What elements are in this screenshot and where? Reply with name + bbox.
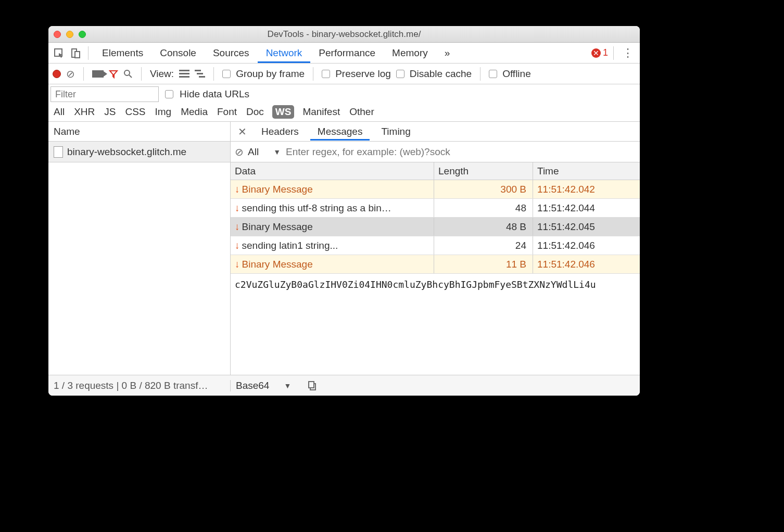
detail-tab-timing[interactable]: Timing — [374, 123, 418, 141]
tab-console[interactable]: Console — [151, 43, 205, 63]
tab-network[interactable]: Network — [258, 43, 311, 63]
device-toolbar-icon[interactable] — [68, 46, 83, 60]
status-bar: 1 / 3 requests | 0 B / 820 B transf… Bas… — [48, 375, 640, 396]
svg-point-3 — [124, 70, 130, 75]
detail-pane: ✕ Headers Messages Timing ⊘ All ▼ Data L… — [231, 122, 640, 375]
col-header-length[interactable]: Length — [434, 162, 533, 180]
divider — [213, 67, 214, 81]
filter-type-media[interactable]: Media — [180, 105, 209, 119]
col-header-time[interactable]: Time — [533, 162, 640, 180]
message-length: 48 — [434, 199, 533, 217]
divider — [141, 67, 142, 81]
error-icon: ✕ — [591, 48, 601, 58]
hide-data-urls-label: Hide data URLs — [180, 88, 249, 100]
message-row[interactable]: ↓Binary Message11 B11:51:42.046 — [231, 255, 640, 274]
requests-summary: 1 / 3 requests | 0 B / 820 B transf… — [48, 380, 231, 391]
capture-screenshots-icon[interactable] — [92, 70, 104, 78]
message-row[interactable]: ↓Binary Message300 B11:51:42.042 — [231, 180, 640, 199]
message-row[interactable]: ↓sending latin1 string...2411:51:42.046 — [231, 236, 640, 255]
arrow-down-icon: ↓ — [235, 202, 240, 214]
messages-regex-input[interactable] — [285, 145, 636, 159]
filter-type-font[interactable]: Font — [216, 105, 238, 119]
waterfall-view-icon[interactable] — [195, 70, 205, 78]
filter-input[interactable] — [50, 86, 159, 102]
copy-icon[interactable] — [308, 381, 317, 390]
filter-type-all[interactable]: All — [53, 105, 66, 119]
filter-type-js[interactable]: JS — [103, 105, 117, 119]
message-time: 11:51:42.046 — [533, 236, 640, 255]
message-payload-preview[interactable]: c2VuZGluZyB0aGlzIHV0Zi04IHN0cmluZyBhcyBh… — [231, 274, 640, 375]
clear-messages-icon[interactable]: ⊘ — [235, 146, 244, 158]
message-data: sending latin1 string... — [242, 240, 338, 251]
message-time: 11:51:42.042 — [533, 180, 640, 198]
message-time: 11:51:42.045 — [533, 218, 640, 236]
arrow-down-icon: ↓ — [235, 240, 240, 251]
preserve-log-label: Preserve log — [335, 68, 391, 80]
main-split: Name binary-websocket.glitch.me ✕ Header… — [48, 122, 640, 375]
minimize-window-button[interactable] — [66, 31, 73, 38]
filter-icon[interactable] — [109, 69, 118, 79]
group-by-frame-label: Group by frame — [236, 68, 305, 80]
svg-rect-12 — [309, 382, 314, 388]
tab-elements[interactable]: Elements — [94, 43, 151, 63]
chevron-down-icon: ▼ — [273, 148, 281, 156]
messages-table-header: Data Length Time — [231, 162, 640, 180]
settings-menu-icon[interactable]: ⋮ — [619, 46, 637, 60]
message-time: 11:51:42.046 — [533, 255, 640, 273]
svg-rect-5 — [179, 70, 189, 71]
clear-button-icon[interactable]: ⊘ — [66, 68, 75, 80]
record-button[interactable] — [53, 70, 61, 78]
tab-performance[interactable]: Performance — [310, 43, 384, 63]
devtools-tabs: Elements Console Sources Network Perform… — [48, 43, 640, 64]
chevron-down-icon: ▼ — [284, 382, 291, 390]
search-icon[interactable] — [123, 69, 133, 79]
traffic-lights — [54, 31, 86, 38]
more-tabs-icon[interactable]: » — [436, 43, 459, 63]
filter-type-xhr[interactable]: XHR — [73, 105, 96, 119]
svg-rect-6 — [179, 73, 189, 74]
arrow-down-icon: ↓ — [235, 259, 240, 270]
message-length: 24 — [434, 236, 533, 255]
message-row[interactable]: ↓sending this utf-8 string as a bin…4811… — [231, 199, 640, 218]
error-indicator[interactable]: ✕ 1 — [591, 47, 608, 58]
encoding-controls: Base64 ▼ — [231, 380, 640, 391]
detail-tab-headers[interactable]: Headers — [254, 123, 306, 141]
filter-type-css[interactable]: CSS — [124, 105, 146, 119]
inspect-element-icon[interactable] — [52, 46, 66, 60]
col-header-data[interactable]: Data — [231, 162, 434, 180]
filter-type-other[interactable]: Other — [348, 105, 375, 119]
svg-rect-8 — [195, 70, 201, 71]
requests-pane: Name binary-websocket.glitch.me — [48, 122, 231, 375]
message-type-dropdown[interactable]: All ▼ — [248, 146, 281, 158]
messages-rows: ↓Binary Message300 B11:51:42.042↓sending… — [231, 180, 640, 274]
svg-line-4 — [129, 75, 132, 78]
offline-checkbox[interactable] — [489, 70, 497, 78]
disable-cache-checkbox[interactable] — [396, 70, 404, 78]
detail-tab-messages[interactable]: Messages — [310, 123, 370, 141]
preserve-log-checkbox[interactable] — [322, 70, 330, 78]
message-data: Binary Message — [242, 259, 313, 270]
tab-sources[interactable]: Sources — [205, 43, 258, 63]
detail-tabs: ✕ Headers Messages Timing — [231, 122, 640, 142]
filter-type-doc[interactable]: Doc — [245, 105, 265, 119]
tab-memory[interactable]: Memory — [384, 43, 436, 63]
titlebar: DevTools - binary-websocket.glitch.me/ — [48, 26, 640, 43]
close-window-button[interactable] — [54, 31, 61, 38]
hide-data-urls-checkbox[interactable] — [165, 90, 173, 98]
request-row[interactable]: binary-websocket.glitch.me — [48, 142, 230, 162]
filter-type-ws[interactable]: WS — [272, 105, 295, 119]
message-data: sending this utf-8 string as a bin… — [242, 202, 391, 214]
filter-type-manifest[interactable]: Manifest — [301, 105, 341, 119]
message-data: Binary Message — [242, 184, 313, 195]
error-count: 1 — [603, 47, 608, 58]
message-row[interactable]: ↓Binary Message48 B11:51:42.045 — [231, 218, 640, 236]
large-rows-icon[interactable] — [179, 70, 189, 78]
encoding-dropdown[interactable]: Base64 ▼ — [236, 380, 291, 391]
requests-name-header[interactable]: Name — [48, 122, 230, 142]
offline-label: Offline — [502, 68, 531, 80]
group-by-frame-checkbox[interactable] — [222, 70, 231, 78]
close-detail-icon[interactable]: ✕ — [235, 125, 250, 138]
request-name: binary-websocket.glitch.me — [67, 146, 186, 158]
zoom-window-button[interactable] — [79, 31, 86, 38]
filter-type-img[interactable]: Img — [154, 105, 173, 119]
